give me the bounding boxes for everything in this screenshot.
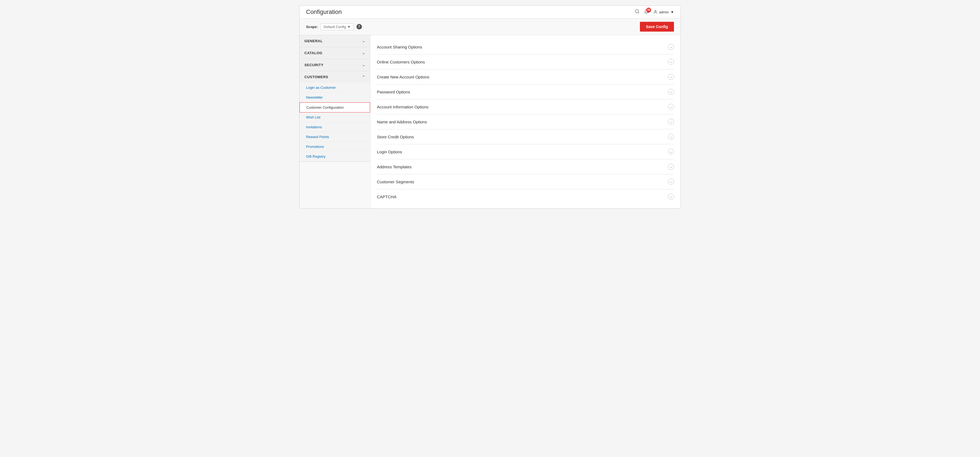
config-row-create-new-account[interactable]: Create New Account Options ⌄: [377, 70, 674, 84]
expand-create-new-account-icon[interactable]: ⌄: [668, 74, 674, 80]
config-row-account-info[interactable]: Account Information Options ⌄: [377, 99, 674, 114]
scope-label: Scope:: [306, 25, 318, 29]
sidebar-item-login-as-customer[interactable]: Login as Customer: [299, 83, 370, 93]
scope-value: Default Config: [323, 25, 346, 29]
sidebar-item-gift-registry[interactable]: Gift Registry: [299, 152, 370, 162]
sidebar: GENERAL ⌄ CATALOG ⌄ SECURITY ⌄: [299, 35, 371, 208]
scope-left: Scope: Default Config ▼ ?: [306, 24, 362, 30]
config-row-online-customers[interactable]: Online Customers Options ⌄: [377, 54, 674, 70]
sidebar-section-customers: CUSTOMERS ⌃ Login as Customer Newsletter…: [299, 71, 370, 162]
catalog-chevron-icon: ⌄: [362, 51, 365, 55]
admin-user-menu[interactable]: admin ▼: [653, 10, 674, 14]
admin-username: admin: [659, 10, 669, 14]
config-title-password-options: Password Options: [377, 90, 410, 94]
config-row-store-credit[interactable]: Store Credit Options ⌄: [377, 129, 674, 144]
scope-select[interactable]: Default Config ▼: [320, 24, 353, 30]
config-title-online-customers: Online Customers Options: [377, 60, 425, 64]
config-title-account-sharing: Account Sharing Options: [377, 44, 422, 49]
right-content: Account Sharing Options ⌄ Online Custome…: [371, 35, 681, 208]
svg-point-0: [635, 10, 638, 13]
sidebar-item-reward-points[interactable]: Reward Points: [299, 132, 370, 142]
scope-dropdown-arrow: ▼: [347, 25, 351, 29]
config-title-store-credit: Store Credit Options: [377, 135, 414, 139]
config-row-customer-segments[interactable]: Customer Segments ⌄: [377, 174, 674, 189]
sidebar-section-catalog: CATALOG ⌄: [299, 47, 370, 59]
config-row-captcha[interactable]: CAPTCHA ⌄: [377, 189, 674, 204]
sidebar-item-promotions[interactable]: Promotions: [299, 142, 370, 152]
expand-address-templates-icon[interactable]: ⌄: [668, 164, 674, 170]
sidebar-section-general: GENERAL ⌄: [299, 35, 370, 47]
security-chevron-icon: ⌄: [362, 63, 365, 67]
general-chevron-icon: ⌄: [362, 39, 365, 43]
admin-dropdown-icon: ▼: [670, 10, 674, 14]
notification-count: 39: [646, 8, 651, 13]
config-title-address-templates: Address Templates: [377, 165, 412, 169]
sidebar-customers-label: CUSTOMERS: [304, 75, 328, 79]
sidebar-catalog-label: CATALOG: [304, 51, 322, 55]
expand-online-customers-icon[interactable]: ⌄: [668, 59, 674, 65]
top-bar-actions: 39 admin ▼: [635, 9, 674, 15]
main-window: Configuration 39 admin ▼ Scope: Default …: [299, 5, 681, 209]
sidebar-catalog-header[interactable]: CATALOG ⌄: [299, 47, 370, 59]
top-bar: Configuration 39 admin ▼: [299, 6, 681, 19]
config-row-password-options[interactable]: Password Options ⌄: [377, 84, 674, 99]
sidebar-section-security: SECURITY ⌄: [299, 59, 370, 71]
config-title-create-new-account: Create New Account Options: [377, 75, 430, 79]
config-title-captcha: CAPTCHA: [377, 194, 396, 199]
config-title-account-info: Account Information Options: [377, 105, 428, 109]
expand-account-info-icon[interactable]: ⌄: [668, 104, 674, 110]
page-title: Configuration: [306, 8, 342, 16]
svg-line-1: [638, 12, 639, 13]
config-title-customer-segments: Customer Segments: [377, 179, 414, 184]
expand-login-options-icon[interactable]: ⌄: [668, 149, 674, 155]
customers-subsection: Login as Customer Newsletter Customer Co…: [299, 83, 370, 162]
config-title-login-options: Login Options: [377, 149, 402, 154]
scope-bar: Scope: Default Config ▼ ? Save Config: [299, 19, 681, 35]
main-content: GENERAL ⌄ CATALOG ⌄ SECURITY ⌄: [299, 35, 681, 208]
sidebar-security-header[interactable]: SECURITY ⌄: [299, 59, 370, 71]
expand-password-options-icon[interactable]: ⌄: [668, 89, 674, 95]
config-row-login-options[interactable]: Login Options ⌄: [377, 144, 674, 159]
expand-store-credit-icon[interactable]: ⌄: [668, 134, 674, 140]
expand-name-address-icon[interactable]: ⌄: [668, 119, 674, 125]
config-row-account-sharing[interactable]: Account Sharing Options ⌄: [377, 40, 674, 54]
expand-customer-segments-icon[interactable]: ⌄: [668, 179, 674, 185]
config-row-name-address[interactable]: Name and Address Options ⌄: [377, 114, 674, 129]
search-icon[interactable]: [635, 9, 640, 15]
sidebar-general-label: GENERAL: [304, 39, 323, 43]
customers-chevron-icon: ⌃: [362, 75, 365, 79]
sidebar-item-wish-list[interactable]: Wish List: [299, 113, 370, 122]
sidebar-general-header[interactable]: GENERAL ⌄: [299, 35, 370, 47]
sidebar-item-customer-configuration[interactable]: Customer Configuration: [299, 102, 370, 113]
svg-point-2: [655, 10, 656, 12]
sidebar-item-newsletter[interactable]: Newsletter: [299, 93, 370, 102]
config-row-address-templates[interactable]: Address Templates ⌄: [377, 159, 674, 174]
sidebar-customers-header[interactable]: CUSTOMERS ⌃: [299, 71, 370, 83]
notification-bell[interactable]: 39: [644, 9, 649, 15]
help-icon[interactable]: ?: [356, 24, 362, 29]
sidebar-item-invitations[interactable]: Invitations: [299, 122, 370, 132]
sidebar-security-label: SECURITY: [304, 63, 323, 67]
save-config-button[interactable]: Save Config: [640, 22, 674, 32]
expand-captcha-icon[interactable]: ⌄: [668, 194, 674, 200]
expand-account-sharing-icon[interactable]: ⌄: [668, 44, 674, 50]
config-title-name-address: Name and Address Options: [377, 119, 427, 124]
